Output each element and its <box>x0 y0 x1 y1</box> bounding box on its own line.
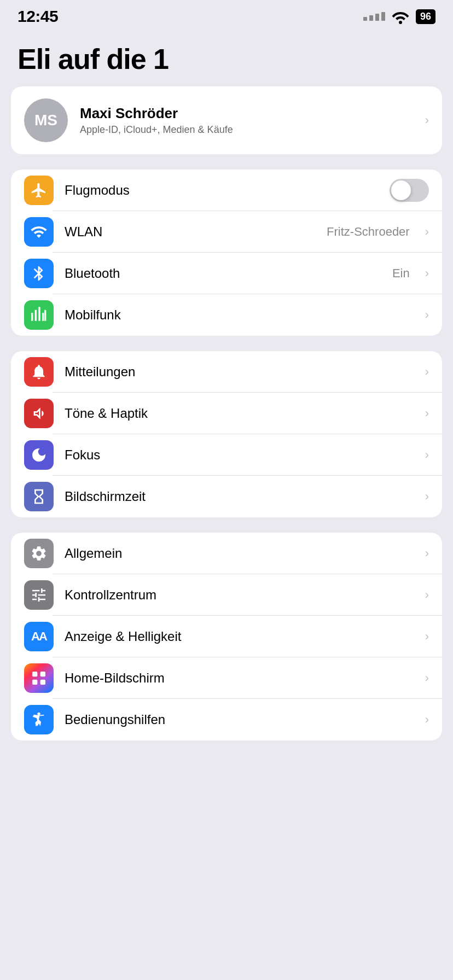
profile-name: Maxi Schröder <box>80 105 411 122</box>
settings-row-bedienungshilfen[interactable]: Bedienungshilfen › <box>11 699 442 740</box>
flugmodus-toggle[interactable] <box>390 179 429 202</box>
settings-row-fokus[interactable]: Fokus › <box>11 434 442 476</box>
bedienungshilfen-chevron: › <box>425 713 429 727</box>
signal-icon <box>363 12 385 21</box>
status-time: 12:45 <box>18 7 58 26</box>
svg-rect-2 <box>32 680 37 685</box>
general-section: Allgemein › Kontrollzentrum › AA Anzeige… <box>11 533 442 740</box>
avatar: MS <box>24 98 68 142</box>
toene-label: Töne & Haptik <box>65 406 412 421</box>
speaker-icon <box>30 405 48 422</box>
home-label: Home-Bildschirm <box>65 670 412 686</box>
settings-row-home[interactable]: Home-Bildschirm › <box>11 657 442 699</box>
battery-indicator: 96 <box>416 9 435 24</box>
bell-icon <box>30 363 48 381</box>
flugmodus-label: Flugmodus <box>65 183 379 198</box>
sliders-icon <box>30 586 48 604</box>
flugmodus-icon-box <box>24 176 54 205</box>
fokus-icon-box <box>24 440 54 470</box>
anzeige-chevron: › <box>425 629 429 644</box>
airplane-icon <box>30 182 48 199</box>
settings-row-anzeige[interactable]: AA Anzeige & Helligkeit › <box>11 616 442 657</box>
home-icon-box <box>24 663 54 693</box>
wlan-chevron: › <box>425 225 429 239</box>
kontrollzentrum-chevron: › <box>425 588 429 602</box>
bluetooth-chevron: › <box>425 266 429 281</box>
toene-icon-box <box>24 399 54 428</box>
svg-point-4 <box>37 713 40 715</box>
mobilfunk-chevron: › <box>425 308 429 322</box>
bedienungshilfen-icon-box <box>24 705 54 734</box>
bluetooth-icon <box>30 265 48 282</box>
bildschirmzeit-label: Bildschirmzeit <box>65 489 412 504</box>
gear-icon <box>30 545 48 562</box>
avatar-initials: MS <box>34 112 57 129</box>
bluetooth-label: Bluetooth <box>65 266 381 281</box>
mobilfunk-icon-box <box>24 300 54 330</box>
allgemein-chevron: › <box>425 546 429 561</box>
profile-subtitle: Apple-ID, iCloud+, Medien & Käufe <box>80 124 411 136</box>
bluetooth-value: Ein <box>392 266 410 281</box>
profile-info: Maxi Schröder Apple-ID, iCloud+, Medien … <box>80 105 411 136</box>
grid-icon <box>30 669 48 687</box>
fokus-chevron: › <box>425 448 429 462</box>
toene-chevron: › <box>425 406 429 421</box>
bedienungshilfen-label: Bedienungshilfen <box>65 712 412 727</box>
svg-rect-3 <box>40 680 45 685</box>
svg-rect-1 <box>40 672 45 676</box>
anzeige-icon-box: AA <box>24 622 54 651</box>
anzeige-label: Anzeige & Helligkeit <box>65 629 412 644</box>
profile-card: MS Maxi Schröder Apple-ID, iCloud+, Medi… <box>11 86 442 154</box>
bluetooth-icon-box <box>24 259 54 288</box>
wifi-icon <box>391 9 410 24</box>
bildschirmzeit-icon-box <box>24 482 54 511</box>
settings-row-flugmodus[interactable]: Flugmodus <box>11 170 442 211</box>
allgemein-icon-box <box>24 539 54 568</box>
status-bar: 12:45 96 <box>0 0 453 30</box>
settings-row-allgemein[interactable]: Allgemein › <box>11 533 442 574</box>
fokus-label: Fokus <box>65 447 412 463</box>
settings-row-bildschirmzeit[interactable]: Bildschirmzeit › <box>11 476 442 517</box>
settings-row-kontrollzentrum[interactable]: Kontrollzentrum › <box>11 574 442 616</box>
mobilfunk-label: Mobilfunk <box>65 307 399 323</box>
network-section: Flugmodus WLAN Fritz-Schroeder › Bluetoo… <box>11 170 442 336</box>
profile-row[interactable]: MS Maxi Schröder Apple-ID, iCloud+, Medi… <box>11 86 442 154</box>
kontrollzentrum-label: Kontrollzentrum <box>65 587 412 603</box>
allgemein-label: Allgemein <box>65 546 412 561</box>
settings-row-wlan[interactable]: WLAN Fritz-Schroeder › <box>11 211 442 253</box>
wlan-icon-box <box>24 217 54 247</box>
aa-icon: AA <box>31 629 47 644</box>
bildschirmzeit-chevron: › <box>425 489 429 504</box>
svg-rect-0 <box>32 672 37 676</box>
wlan-value: Fritz-Schroeder <box>327 225 410 239</box>
mitteilungen-chevron: › <box>425 365 429 379</box>
mitteilungen-label: Mitteilungen <box>65 364 412 380</box>
moon-icon <box>30 446 48 464</box>
settings-row-bluetooth[interactable]: Bluetooth Ein › <box>11 253 442 294</box>
wifi-settings-icon <box>30 223 48 241</box>
page-title: Eli auf die 1 <box>0 30 453 86</box>
profile-chevron: › <box>425 113 429 127</box>
settings-row-mobilfunk[interactable]: Mobilfunk › <box>11 294 442 336</box>
wlan-label: WLAN <box>65 224 316 240</box>
hourglass-icon <box>30 488 48 505</box>
notif-section: Mitteilungen › Töne & Haptik › Fokus › B… <box>11 351 442 517</box>
toggle-thumb <box>391 180 411 200</box>
home-chevron: › <box>425 671 429 685</box>
settings-row-mitteilungen[interactable]: Mitteilungen › <box>11 351 442 393</box>
cellular-icon <box>30 306 48 324</box>
mitteilungen-icon-box <box>24 357 54 387</box>
kontrollzentrum-icon-box <box>24 580 54 610</box>
settings-row-toene[interactable]: Töne & Haptik › <box>11 393 442 434</box>
accessibility-icon <box>30 711 48 728</box>
status-icons: 96 <box>363 9 435 24</box>
